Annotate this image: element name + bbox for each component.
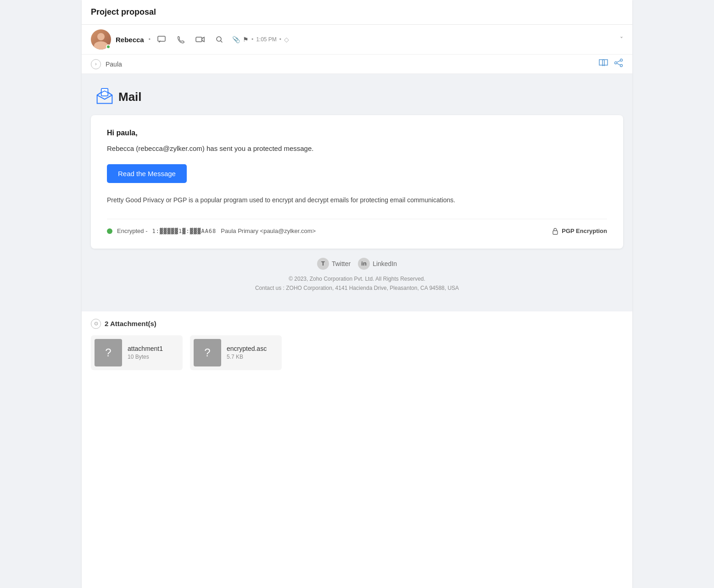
chat-icon[interactable] bbox=[155, 33, 168, 46]
attachments-count: 2 Attachment(s) bbox=[105, 320, 156, 327]
expand-icon[interactable]: › bbox=[91, 59, 101, 69]
encrypted-dot bbox=[107, 228, 112, 234]
svg-rect-10 bbox=[553, 231, 558, 234]
contact-text: Contact us : ZOHO Corporation, 4141 Haci… bbox=[91, 283, 623, 293]
svg-point-5 bbox=[620, 65, 623, 67]
mail-logo-area: Mail bbox=[91, 88, 623, 106]
pgp-label-area: PGP Encryption bbox=[552, 227, 607, 235]
attachments-header: ⊙ 2 Attachment(s) bbox=[91, 319, 623, 329]
share-icon[interactable] bbox=[614, 58, 623, 70]
header-left: Rebecca • bbox=[91, 29, 289, 50]
svg-point-4 bbox=[615, 62, 617, 64]
sender-name: Rebecca bbox=[116, 36, 144, 44]
pgp-icon bbox=[552, 227, 559, 235]
social-links: T Twitter in LinkedIn bbox=[91, 258, 623, 270]
tag-icon: ◇ bbox=[284, 36, 289, 43]
svg-point-3 bbox=[620, 59, 623, 61]
timestamp: 1:05 PM bbox=[256, 36, 277, 43]
recipient-label: Paula Primary <paula@zylker.com> bbox=[221, 227, 316, 234]
sub-header: › Paula bbox=[82, 55, 632, 74]
page-title: Project proposal bbox=[91, 7, 156, 17]
attachment-name-2: encrypted.asc bbox=[227, 345, 274, 352]
timestamp-area: 📎 ⚑ • 1:05 PM • ◇ bbox=[232, 36, 289, 43]
twitter-label: Twitter bbox=[332, 260, 351, 267]
pgp-text: PGP Encryption bbox=[562, 227, 607, 234]
encrypted-label: Encrypted - bbox=[117, 227, 147, 234]
collapse-icon[interactable]: ⊙ bbox=[91, 319, 101, 329]
time-separator: • bbox=[251, 36, 253, 43]
copyright-text: © 2023, Zoho Corporation Pvt. Ltd. All R… bbox=[91, 274, 623, 283]
sub-header-right bbox=[598, 58, 623, 70]
svg-line-6 bbox=[617, 63, 620, 65]
paperclip-icon: 📎 bbox=[232, 36, 240, 43]
mail-content-area: Mail Hi paula, Rebecca (rebecca@zylker.c… bbox=[82, 74, 632, 311]
svg-rect-0 bbox=[158, 36, 165, 41]
list-item: ? attachment1 10 Bytes bbox=[91, 335, 183, 370]
header-right: ˅ bbox=[620, 36, 623, 43]
book-icon[interactable] bbox=[598, 59, 608, 69]
encryption-key: 1:▓▓▓▓▓1▓:▓▓▓AA68 bbox=[152, 228, 216, 234]
flag-icon: ⚑ bbox=[243, 36, 249, 43]
dot-sep2: • bbox=[279, 36, 281, 43]
social-footer: T Twitter in LinkedIn © 2023, Zoho Corpo… bbox=[91, 249, 623, 298]
mail-body: Rebecca (rebecca@zylker.com) has sent yo… bbox=[107, 144, 607, 154]
attachment-name-1: attachment1 bbox=[128, 345, 175, 352]
linkedin-label: LinkedIn bbox=[373, 260, 397, 267]
video-icon[interactable] bbox=[194, 33, 206, 46]
attachment-thumb-2: ? bbox=[194, 339, 221, 366]
mail-logo-icon bbox=[95, 88, 114, 106]
action-icons bbox=[155, 33, 226, 46]
attachments-list: ? attachment1 10 Bytes ? encrypted.asc 5… bbox=[91, 335, 623, 370]
online-status-dot bbox=[106, 44, 111, 49]
to-name: Paula bbox=[106, 61, 122, 68]
page-title-bar: Project proposal bbox=[82, 0, 632, 25]
twitter-icon: T bbox=[317, 258, 329, 270]
list-item: ? encrypted.asc 5.7 KB bbox=[190, 335, 282, 370]
encryption-footer: Encrypted - 1:▓▓▓▓▓1▓:▓▓▓AA68 Paula Prim… bbox=[107, 219, 607, 235]
attachment-size-2: 5.7 KB bbox=[227, 354, 274, 360]
avatar bbox=[91, 29, 111, 50]
attachment-info-1: attachment1 10 Bytes bbox=[128, 345, 175, 360]
attachment-thumb-1: ? bbox=[95, 339, 122, 366]
mail-card: Hi paula, Rebecca (rebecca@zylker.com) h… bbox=[91, 115, 623, 249]
message-header: Rebecca • bbox=[82, 25, 632, 55]
mail-label: Mail bbox=[118, 90, 142, 104]
svg-rect-1 bbox=[196, 37, 202, 42]
attachment-info-2: encrypted.asc 5.7 KB bbox=[227, 345, 274, 360]
attachment-size-1: 10 Bytes bbox=[128, 354, 175, 360]
attachments-section: ⊙ 2 Attachment(s) ? attachment1 10 Bytes… bbox=[82, 311, 632, 377]
separator-dot: • bbox=[149, 36, 151, 43]
twitter-link[interactable]: T Twitter bbox=[317, 258, 351, 270]
phone-icon[interactable] bbox=[174, 33, 187, 46]
linkedin-link[interactable]: in LinkedIn bbox=[358, 258, 397, 270]
mail-greeting: Hi paula, bbox=[107, 129, 607, 137]
svg-line-7 bbox=[617, 61, 620, 62]
mail-description: Pretty Good Privacy or PGP is a popular … bbox=[107, 195, 607, 205]
search-icon[interactable] bbox=[213, 33, 226, 46]
linkedin-icon: in bbox=[358, 258, 370, 270]
read-message-button[interactable]: Read the Message bbox=[107, 164, 187, 183]
collapse-chevron[interactable]: ˅ bbox=[620, 36, 623, 43]
